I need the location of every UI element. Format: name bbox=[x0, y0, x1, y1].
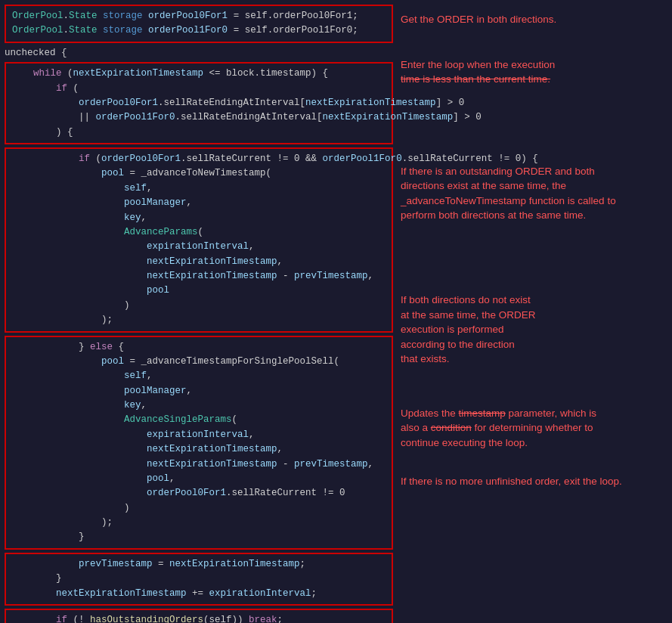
unchecked-label: unchecked { bbox=[5, 45, 393, 62]
top-code-block: OrderPool.State storage orderPool0For1 =… bbox=[5, 5, 393, 43]
annotation-both-directions: If there is an outstanding ORDER and bot… bbox=[401, 164, 664, 223]
single-direction-block: } else { pool = _advanceTimestampForSing… bbox=[5, 336, 393, 550]
break-block: if (!_hasOutstandingOrders(self)) break; bbox=[5, 609, 393, 623]
timestamp-update-block: prevTimestamp = nextExpirationTimestamp;… bbox=[5, 553, 393, 606]
annotation-section: Get the ORDER in both directions. Enter … bbox=[393, 0, 672, 623]
main-layout: OrderPool.State storage orderPool0For1 =… bbox=[0, 0, 672, 623]
annotation-timestamp: Updates the timestamp parameter, which i… bbox=[401, 406, 664, 451]
code-section: OrderPool.State storage orderPool0For1 =… bbox=[0, 0, 393, 623]
annotation-while: Enter the loop when the execution time i… bbox=[401, 57, 664, 87]
while-block: while (nextExpirationTimestamp <= block.… bbox=[5, 62, 393, 144]
annotation-single-direction: If both directions do not exist at the s… bbox=[401, 293, 664, 367]
annotation-break: If there is no more unfinished order, ex… bbox=[401, 474, 664, 489]
annotation-top: Get the ORDER in both directions. bbox=[401, 12, 664, 27]
both-directions-block: if (orderPool0For1.sellRateCurrent != 0 … bbox=[5, 147, 393, 333]
